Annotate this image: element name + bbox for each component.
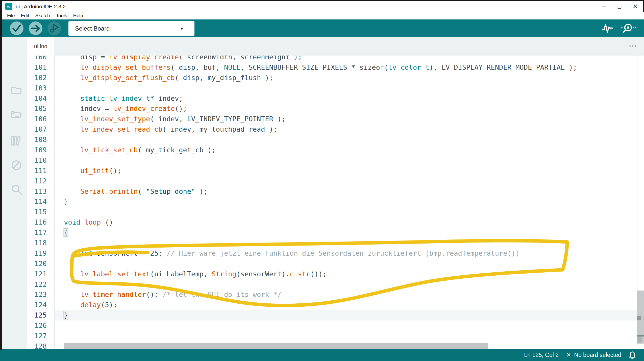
line-content bbox=[47, 279, 64, 290]
code-line[interactable]: 114} bbox=[27, 197, 644, 207]
serial-monitor-icon[interactable] bbox=[620, 22, 636, 34]
code-line[interactable]: 106 lv_indev_set_type( indev, LV_INDEV_T… bbox=[27, 114, 644, 124]
toolbar: Select Board ▾ bbox=[2, 19, 644, 37]
board-selector-dropdown[interactable]: Select Board ▾ bbox=[68, 21, 194, 36]
serial-plotter-icon[interactable] bbox=[602, 23, 613, 34]
line-content: static lv_indev_t* indev; bbox=[47, 93, 183, 104]
line-number: 108 bbox=[27, 135, 47, 145]
more-actions-icon[interactable]: ⋯ bbox=[629, 41, 638, 51]
code-line[interactable]: 100 disp = lv_display_create( screenWidt… bbox=[27, 56, 644, 62]
code-line[interactable]: 111 ui_init(); bbox=[27, 166, 644, 176]
code-line[interactable]: 122 bbox=[27, 279, 644, 290]
line-content: void loop () bbox=[47, 217, 113, 228]
line-number: 101 bbox=[27, 62, 47, 73]
code-line[interactable]: 116void loop () bbox=[27, 217, 644, 228]
status-bar: Ln 125, Col 2 ✕ No board selected bbox=[0, 349, 644, 361]
line-number: 120 bbox=[27, 259, 47, 269]
sketchbook-folder-icon[interactable] bbox=[11, 84, 22, 95]
line-number: 116 bbox=[27, 217, 47, 228]
line-number: 100 bbox=[27, 56, 47, 62]
code-line[interactable]: 102 lv_display_set_flush_cb( disp, my_di… bbox=[27, 73, 644, 83]
line-content bbox=[47, 207, 64, 217]
line-number: 109 bbox=[27, 145, 47, 155]
boards-manager-icon[interactable] bbox=[11, 109, 22, 121]
menu-item-tools[interactable]: Tools bbox=[53, 13, 70, 18]
code-line[interactable]: 101 lv_display_set_buffers( disp, buf, N… bbox=[27, 62, 644, 73]
library-manager-icon[interactable] bbox=[11, 135, 22, 147]
menu-item-help[interactable]: Help bbox=[70, 13, 86, 18]
code-line[interactable]: 125} bbox=[27, 310, 644, 321]
line-number: 103 bbox=[27, 83, 47, 93]
menu-item-file[interactable]: File bbox=[4, 13, 18, 18]
code-line[interactable]: 107 lv_indev_set_read_cb( indev, my_touc… bbox=[27, 124, 644, 135]
code-line[interactable]: 104 static lv_indev_t* indev; bbox=[27, 93, 644, 104]
line-content: lv_indev_set_read_cb( indev, my_touchpad… bbox=[47, 124, 277, 135]
code-line[interactable]: 119 int sensorWert = 25; // Hier wäre je… bbox=[27, 248, 644, 259]
code-line[interactable]: 109 lv_tick_set_cb( my_tick_get_cb ); bbox=[27, 145, 644, 155]
tab-ui-ino[interactable]: ui.ino bbox=[27, 37, 54, 56]
line-number: 105 bbox=[27, 104, 47, 114]
board-selector-label: Select Board bbox=[75, 25, 110, 32]
line-number: 125 bbox=[27, 310, 47, 321]
code-line[interactable]: 115 bbox=[27, 207, 644, 217]
title-bar: ∞ ui | Arduino IDE 2.3.2 ─ □ ✕ bbox=[2, 1, 643, 12]
code-line[interactable]: 120 bbox=[27, 259, 644, 269]
code-line[interactable]: 127 bbox=[27, 331, 644, 341]
menu-item-sketch[interactable]: Sketch bbox=[32, 13, 53, 18]
code-line[interactable]: 123 lv_timer_handler(); /* let the GUI d… bbox=[27, 290, 644, 300]
code-line[interactable]: 103 bbox=[27, 83, 644, 93]
arrow-right-icon bbox=[31, 25, 40, 32]
menu-item-edit[interactable]: Edit bbox=[18, 13, 32, 18]
line-content: lv_timer_handler(); /* let the GUI do it… bbox=[47, 290, 282, 300]
line-number: 104 bbox=[27, 93, 47, 104]
line-content bbox=[47, 155, 64, 166]
board-status[interactable]: ✕ No board selected bbox=[566, 352, 621, 358]
window-controls: ─ □ ✕ bbox=[596, 1, 643, 12]
code-line[interactable]: 124 delay(5); bbox=[27, 300, 644, 310]
search-icon[interactable] bbox=[11, 184, 22, 195]
code-editor[interactable]: 100 disp = lv_display_create( screenWidt… bbox=[27, 56, 644, 349]
line-number: 114 bbox=[27, 197, 47, 207]
line-content: delay(5); bbox=[47, 300, 117, 310]
code-line[interactable]: 126 bbox=[27, 321, 644, 331]
line-content bbox=[47, 341, 64, 349]
notifications-bell-icon[interactable] bbox=[629, 351, 636, 359]
line-number: 124 bbox=[27, 300, 47, 310]
line-number: 126 bbox=[27, 321, 47, 331]
minimize-button[interactable]: ─ bbox=[596, 1, 612, 12]
upload-button[interactable] bbox=[29, 21, 42, 35]
tab-bar: ui.ino ⋯ bbox=[27, 37, 644, 56]
debug-icon bbox=[49, 23, 59, 33]
line-content bbox=[47, 321, 64, 331]
window-frame-top bbox=[0, 0, 644, 1]
code-line[interactable]: 117{ bbox=[27, 228, 644, 238]
line-content bbox=[47, 238, 64, 248]
line-content: int sensorWert = 25; // Hier wäre jetzt … bbox=[47, 248, 519, 259]
horizontal-scrollbar[interactable] bbox=[64, 343, 488, 349]
line-number: 112 bbox=[27, 176, 47, 186]
code-line[interactable]: 112 bbox=[27, 176, 644, 186]
line-number: 106 bbox=[27, 114, 47, 124]
line-content: lv_label_set_text(ui_LabelTemp, String(s… bbox=[47, 269, 327, 279]
code-line[interactable]: 105 indev = lv_indev_create(); bbox=[27, 104, 644, 114]
arduino-logo-icon: ∞ bbox=[5, 3, 12, 10]
code-line[interactable]: 121 lv_label_set_text(ui_LabelTemp, Stri… bbox=[27, 269, 644, 279]
line-number: 121 bbox=[27, 269, 47, 279]
code-line[interactable]: 118 bbox=[27, 238, 644, 248]
code-line[interactable]: 108 bbox=[27, 135, 644, 145]
debug-panel-icon[interactable] bbox=[11, 159, 22, 171]
window-title: ui | Arduino IDE 2.3.2 bbox=[16, 4, 66, 10]
line-content: Serial.println( "Setup done" ); bbox=[47, 186, 208, 197]
line-content bbox=[47, 331, 64, 341]
maximize-button[interactable]: □ bbox=[612, 1, 627, 12]
line-number: 115 bbox=[27, 207, 47, 217]
window-frame-right bbox=[643, 0, 644, 12]
line-content: lv_display_set_flush_cb( disp, my_disp_f… bbox=[47, 73, 273, 83]
debug-button[interactable] bbox=[47, 21, 61, 35]
verify-button[interactable] bbox=[10, 21, 23, 35]
code-line[interactable]: 110 bbox=[27, 155, 644, 166]
close-button[interactable]: ✕ bbox=[627, 1, 643, 12]
window-frame-left bbox=[0, 0, 2, 350]
line-number: 118 bbox=[27, 238, 47, 248]
code-line[interactable]: 113 Serial.println( "Setup done" ); bbox=[27, 186, 644, 197]
